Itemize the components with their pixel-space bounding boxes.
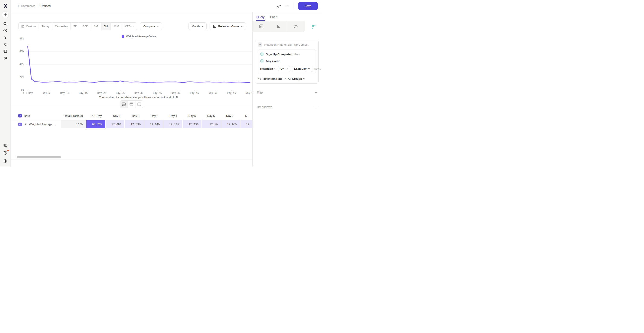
date-range-6m[interactable]: 6M (101, 23, 111, 30)
save-button[interactable]: Save (298, 2, 318, 10)
boards-nav-button[interactable] (2, 48, 8, 54)
column-header[interactable]: Day 2 (124, 112, 142, 119)
row-checkbox[interactable] (18, 123, 22, 126)
tab-chart[interactable]: Chart (270, 15, 277, 21)
groups-label: All Groups (288, 77, 302, 80)
column-header[interactable]: Total Profile(s) (61, 112, 86, 119)
add-breakdown-button[interactable] (314, 105, 318, 109)
column-header-date[interactable]: Date (24, 114, 30, 118)
more-options-button[interactable] (284, 2, 291, 10)
plus-icon (314, 105, 318, 109)
on-dropdown[interactable]: On (278, 66, 290, 72)
breadcrumb-report-title[interactable]: Untitled (40, 4, 50, 8)
query-title[interactable]: Retention Rate of Sign Up Compl... (264, 43, 309, 46)
table-cell: 17.08% (106, 120, 124, 128)
events-nav-button[interactable] (2, 34, 8, 41)
interval-dropdown[interactable]: Each Day (292, 66, 312, 72)
event-hexagon-icon (260, 52, 264, 56)
column-header[interactable]: Day 5 (180, 112, 199, 119)
filter-section: Filter (252, 91, 322, 94)
logo-icon (2, 3, 8, 9)
retention-events-card: Sign Up Completed then Any event Retenti… (258, 49, 316, 74)
x-axis-tick-label: Day 40 (172, 92, 180, 94)
report-main-area: CustomTodayYesterday7D30D3M6M12MXTD Comp… (11, 12, 252, 167)
report-type-funnels[interactable] (270, 21, 288, 32)
settings-button[interactable] (2, 158, 8, 164)
date-range-30d[interactable]: 30D (80, 23, 91, 30)
x-axis-tick-label: Day 55 (227, 92, 236, 94)
horizontal-scrollbar[interactable] (16, 156, 61, 158)
select-all-checkbox[interactable] (18, 114, 22, 118)
return-event-name: Any event (266, 60, 280, 63)
date-range-yesterday[interactable]: Yesterday (52, 23, 71, 30)
chart-plot (26, 38, 252, 91)
advanced-dropdown[interactable]: Adv... (314, 67, 322, 70)
granularity-dropdown[interactable]: Month (188, 22, 207, 30)
chart-caption: The number of exact days later your User… (26, 96, 252, 99)
y-axis-tick-label: 60% (14, 50, 24, 53)
table-row: Weighted Average ... 100%68.76%17.08%12.… (11, 120, 252, 128)
column-header[interactable]: Day 4 (161, 112, 180, 119)
add-filter-button[interactable] (314, 91, 318, 94)
chevron-down-icon (308, 68, 310, 70)
mixpanel-logo[interactable] (2, 3, 8, 9)
date-range-xtd[interactable]: XTD (122, 23, 137, 30)
funnels-icon (276, 24, 281, 29)
retention-table: Date Total Profile(s)< 1 DayDay 1Day 2Da… (11, 112, 252, 128)
chart-legend: Weighted Average Value (26, 35, 252, 38)
event-hexagon-icon (260, 59, 264, 63)
date-range-today[interactable]: Today (39, 23, 52, 30)
return-event-row[interactable]: Any event (260, 58, 314, 64)
report-type-retention[interactable] (305, 21, 322, 32)
table-view-button[interactable] (136, 101, 143, 108)
column-header[interactable]: D (236, 112, 250, 119)
split-view-button[interactable] (120, 101, 128, 108)
date-range-7d[interactable]: 7D (71, 23, 80, 30)
report-type-insights[interactable] (252, 21, 270, 32)
column-header[interactable]: < 1 Day (86, 112, 105, 119)
create-new-button[interactable] (2, 12, 8, 18)
date-range-label: 6M (104, 25, 108, 28)
compare-label: Compare (143, 25, 155, 28)
column-header[interactable]: Day 1 (105, 112, 124, 119)
measure-dropdown[interactable]: Retention Rate (263, 77, 286, 80)
copy-link-button[interactable] (275, 2, 282, 10)
retention-type-label: Retention (260, 67, 273, 70)
groups-dropdown[interactable]: All Groups (288, 77, 305, 80)
report-type-flows[interactable] (287, 21, 305, 32)
cohorts-nav-button[interactable] (2, 55, 8, 61)
date-range-12m[interactable]: 12M (111, 23, 122, 30)
column-header[interactable]: Day 7 (218, 112, 237, 119)
apps-grid-button[interactable] (2, 142, 8, 149)
chart-type-label: Retention Curve (218, 25, 239, 28)
top-actions: Save (275, 2, 318, 10)
date-range-picker: CustomTodayYesterday7D30D3M6M12MXTD (18, 22, 137, 30)
date-range-label: 7D (74, 25, 77, 28)
chart-view-button[interactable] (128, 101, 136, 108)
column-header[interactable]: Day 3 (142, 112, 162, 119)
table-cell: 100% (61, 120, 86, 128)
tab-query[interactable]: Query (256, 15, 264, 21)
date-range-3m[interactable]: 3M (91, 23, 101, 30)
compare-button[interactable]: Compare (140, 22, 162, 30)
then-label: then (294, 53, 300, 56)
chart-type-dropdown[interactable]: Retention Curve (210, 22, 246, 30)
column-header[interactable]: Day 6 (199, 112, 218, 119)
breadcrumb-project[interactable]: E-Commerce (18, 4, 35, 8)
help-button[interactable]: ? (2, 150, 8, 156)
date-range-custom[interactable]: Custom (18, 23, 39, 30)
help-icon: ? (3, 151, 8, 155)
retention-type-dropdown[interactable]: Retention (260, 67, 276, 70)
explore-nav-button[interactable] (2, 27, 8, 34)
search-nav-button[interactable] (2, 21, 8, 27)
users-nav-button[interactable] (2, 41, 8, 48)
grid-icon (4, 144, 7, 148)
chevron-down-icon (241, 25, 243, 27)
row-expander[interactable] (24, 123, 27, 125)
breakdown-section: Breakdown (252, 105, 322, 109)
legend-item[interactable]: Weighted Average Value (122, 35, 156, 38)
date-range-label: Custom (26, 25, 36, 28)
first-event-row[interactable]: Sign Up Completed then (260, 51, 314, 58)
breakdown-label: Breakdown (257, 105, 272, 109)
table-cell: 12.89% (125, 120, 144, 128)
